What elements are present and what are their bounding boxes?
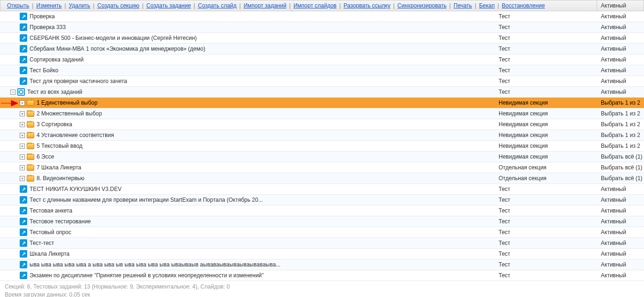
table-row[interactable]: Экзамен по дисциплине "Принятие решений … — [0, 270, 644, 281]
row-name: Экзамен по дисциплине "Принятие решений … — [30, 272, 264, 279]
folder-icon — [27, 132, 34, 138]
table-row[interactable]: СБЕРБАНК 500 - Бизнес-модели и инновации… — [0, 33, 644, 44]
row-name: ыва ыва ыва ыва ыва а ыва ыва ыв ыва ыва… — [30, 261, 280, 268]
toolbar-link[interactable]: Синхронизировать — [395, 2, 448, 9]
row-status: Активный — [597, 261, 644, 268]
table-row[interactable]: Тест с длинным названием для проверки ин… — [0, 195, 644, 206]
expand-icon[interactable]: + — [20, 100, 25, 106]
table-row[interactable]: Сбербанк Мини-МВА 1 поток «Экономика для… — [0, 44, 644, 54]
toolbar-link[interactable]: Печать — [452, 2, 474, 9]
expand-icon[interactable]: + — [20, 133, 25, 138]
row-type: Тест — [495, 78, 597, 84]
table-row[interactable]: +4 Установление соответствияНевидимая се… — [0, 130, 644, 141]
row-status: Активный — [597, 197, 644, 203]
test-icon — [20, 56, 27, 63]
test-icon — [20, 218, 27, 225]
row-name: 4 Установление соответствия — [37, 132, 114, 138]
expand-icon[interactable]: + — [20, 176, 25, 181]
row-type: Отдельная секция — [495, 175, 597, 182]
expand-icon[interactable]: + — [20, 122, 25, 127]
expand-icon[interactable]: + — [20, 154, 25, 160]
tree-grid: ПроверкаТестАктивныйПроверка 333ТестАкти… — [0, 11, 644, 281]
folder-icon — [27, 122, 34, 128]
row-status: Выбрать всё (1) — [597, 164, 644, 171]
toolbar-link[interactable]: Создать секцию — [95, 2, 141, 9]
row-status: Активный — [597, 251, 644, 257]
folder-icon — [27, 143, 34, 149]
row-status: Активный — [597, 78, 644, 84]
row-type: Тест — [495, 240, 597, 246]
toolbar-link[interactable]: Восстановление — [500, 2, 547, 9]
toolbar-link[interactable]: Создать слайд — [196, 2, 238, 9]
row-status: Выбрать всё (1) — [597, 153, 644, 160]
row-name: СБЕРБАНК 500 - Бизнес-модели и инновации… — [30, 35, 197, 41]
table-row[interactable]: +3 СортировкаНевидимая секцияВыбрать 1 и… — [0, 119, 644, 130]
table-row[interactable]: Шкала ЛикертаТестАктивный — [0, 249, 644, 259]
test-icon — [20, 45, 27, 53]
row-type: Невидимая секция — [495, 110, 597, 117]
test-icon — [20, 261, 27, 268]
row-type: Отдельная секция — [495, 164, 597, 171]
table-row[interactable]: Тестовый опросТестАктивный — [0, 227, 644, 238]
row-type: Невидимая секция — [495, 132, 597, 138]
table-row[interactable]: Тестовая анкетаТестАктивный — [0, 206, 644, 216]
toolbar-links: Открыть|Изменить|Удалить|Создать секцию|… — [0, 2, 597, 9]
collapse-icon[interactable]: − — [10, 90, 15, 95]
table-row[interactable]: ПроверкаТестАктивный — [0, 11, 644, 22]
row-name: Тест-тест — [30, 240, 54, 246]
table-row[interactable]: +7 Шкала ЛикертаОтдельная секцияВыбрать … — [0, 162, 644, 173]
test-icon — [20, 272, 27, 279]
row-name: Тестовый опрос — [30, 229, 71, 236]
toolbar-link[interactable]: Бекап — [477, 2, 496, 9]
test-icon — [20, 185, 27, 193]
table-row[interactable]: −Тест из всех заданийТестАктивный — [0, 87, 644, 98]
table-row[interactable]: Сортировка заданийТестАктивный — [0, 54, 644, 65]
row-type: Тест — [495, 197, 597, 203]
table-row[interactable]: ТЕСТ НИКИТА КУКУШКИН V3.DEVТестАктивный — [0, 184, 644, 195]
folder-icon — [27, 175, 34, 182]
table-row[interactable]: +5 Текстовый вводНевидимая секцияВыбрать… — [0, 141, 644, 152]
row-name: Тест с длинным названием для проверки ин… — [30, 197, 263, 203]
table-row[interactable]: ыва ыва ыва ыва ыва а ыва ыва ыв ыва ыва… — [0, 259, 644, 270]
toolbar-link[interactable]: Импорт слайдов — [292, 2, 339, 9]
table-row[interactable]: Проверка 333ТестАктивный — [0, 22, 644, 33]
row-type: Тест — [495, 186, 597, 192]
toolbar-link[interactable]: Импорт заданий — [242, 2, 288, 9]
row-status: Активный — [597, 67, 644, 74]
expand-icon[interactable]: + — [20, 111, 25, 116]
row-status: Активный — [597, 272, 644, 279]
row-status: Активный — [597, 240, 644, 246]
expand-icon[interactable]: + — [20, 144, 25, 149]
table-row[interactable]: +2 Множественный выборНевидимая секцияВы… — [0, 108, 644, 119]
row-status: Выбрать 1 из 2 — [597, 99, 644, 106]
footer-line-2: Время загрузки данных: 0.05 сек — [5, 291, 639, 297]
row-type: Тест — [495, 35, 597, 41]
footer-status: Секций: 8, Тестовых заданий: 13 (Нормаль… — [0, 281, 644, 297]
table-row[interactable]: Тест для проверки частичного зачетаТестА… — [0, 76, 644, 87]
table-row[interactable]: Тест БойкоТестАктивный — [0, 65, 644, 76]
row-name: 8. Видеоинтервью — [37, 175, 84, 182]
row-name: 7 Шкала Ликерта — [37, 164, 81, 171]
row-type: Тест — [495, 251, 597, 257]
row-status: Активный — [597, 24, 644, 30]
expand-icon[interactable]: + — [20, 165, 25, 170]
toolbar-link[interactable]: Создать задание — [144, 2, 193, 9]
toolbar-link[interactable]: Удалить — [67, 2, 92, 9]
row-status: Активный — [597, 207, 644, 214]
table-row[interactable]: +6 ЭссеНевидимая секцияВыбрать всё (1) — [0, 152, 644, 162]
row-type: Тест — [495, 89, 597, 95]
toolbar-link[interactable]: Разорвать ссылку — [342, 2, 393, 9]
table-row[interactable]: Тестовое тестированиеТестАктивный — [0, 216, 644, 227]
row-type: Невидимая секция — [495, 121, 597, 128]
table-row[interactable]: Тест-тестТестАктивный — [0, 238, 644, 249]
test-icon — [20, 34, 27, 42]
toolbar-link[interactable]: Открыть — [5, 2, 31, 9]
table-row[interactable]: +8. ВидеоинтервьюОтдельная секцияВыбрать… — [0, 173, 644, 184]
toolbar-link[interactable]: Изменить — [34, 2, 63, 9]
table-row[interactable]: +1 Единственный выборНевидимая секцияВыб… — [0, 98, 644, 108]
row-name: ТЕСТ НИКИТА КУКУШКИН V3.DEV — [30, 186, 121, 192]
row-status: Активный — [597, 89, 644, 95]
row-name: Сбербанк Мини-МВА 1 поток «Экономика для… — [30, 46, 205, 52]
test-ring-icon — [17, 88, 25, 96]
row-type: Тест — [495, 261, 597, 268]
